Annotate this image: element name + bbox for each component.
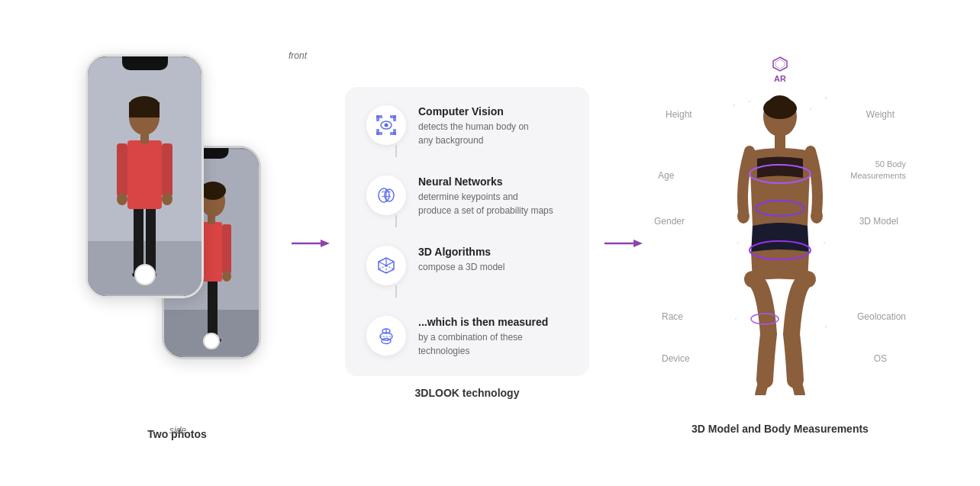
svg-rect-30 [394, 116, 395, 121]
main-layout: front [0, 39, 980, 448]
svg-point-49 [382, 339, 391, 344]
brain-icon [376, 185, 397, 206]
label-geolocation: Geolocation [857, 311, 906, 322]
ar-icon [772, 56, 788, 72]
arrow-1 [284, 236, 337, 251]
svg-point-10 [162, 193, 172, 205]
section-photos: front [70, 47, 284, 440]
svg-rect-28 [377, 116, 379, 121]
arrow-1-svg [292, 236, 330, 251]
nn-title: Neural Networks [418, 175, 553, 188]
svg-point-36 [385, 124, 388, 127]
cv-title: Computer Vision [418, 105, 529, 117]
body-3d-svg [727, 90, 833, 395]
svg-rect-19 [201, 222, 222, 282]
arrow-2-svg [604, 236, 643, 251]
3d-text: 3D Algorithms compose a 3D model [418, 246, 505, 274]
label-weight: Weight [866, 109, 895, 120]
svg-rect-14 [129, 102, 160, 117]
label-age: Age [658, 170, 674, 181]
measure-title: ...which is then measured [418, 316, 548, 328]
measure-desc: by a combination of thesetechnologies [418, 330, 548, 358]
measure-icon-circle [366, 316, 406, 356]
eye-icon [376, 114, 397, 136]
tech-item-cv: Computer Vision detects the human body o… [366, 105, 568, 160]
svg-marker-26 [321, 240, 330, 247]
svg-line-43 [386, 262, 394, 266]
measure-icon [376, 325, 397, 346]
camera-button-front[interactable] [134, 264, 156, 285]
3d-desc: compose a 3D model [418, 260, 505, 274]
phone-front [85, 54, 204, 298]
3d-icon-circle [366, 246, 406, 285]
front-photo-screen [88, 56, 201, 296]
svg-point-68 [763, 98, 797, 119]
svg-point-24 [200, 182, 226, 200]
label-50body: 50 BodyMeasurements [850, 159, 906, 182]
svg-rect-7 [117, 143, 127, 197]
label-gender: Gender [654, 216, 685, 227]
measure-text: ...which is then measured by a combinati… [418, 316, 548, 358]
connector-3 [395, 285, 397, 298]
label-3dmodel: 3D Model [859, 216, 898, 227]
svg-point-70 [737, 208, 750, 224]
svg-rect-69 [775, 134, 785, 150]
svg-line-46 [386, 266, 394, 269]
tech-card: Computer Vision detects the human body o… [345, 87, 589, 376]
svg-rect-17 [208, 279, 218, 340]
label-front: front [289, 50, 307, 61]
label-side: side [169, 425, 186, 436]
svg-line-45 [379, 266, 386, 269]
model-area: AR Height Weight Age 50 BodyMeasurements… [650, 52, 910, 418]
nn-icon-circle [366, 175, 406, 215]
svg-rect-34 [394, 130, 395, 134]
camera-button-side[interactable] [203, 333, 220, 349]
svg-rect-8 [162, 143, 172, 197]
svg-rect-6 [127, 140, 162, 209]
tech-item-nn: Neural Networks determine keypoints andp… [366, 175, 568, 230]
section-3d: AR Height Weight Age 50 BodyMeasurements… [650, 52, 910, 435]
svg-point-63 [824, 241, 826, 243]
svg-point-64 [735, 317, 737, 320]
label-race: Race [662, 311, 683, 322]
svg-point-9 [117, 193, 127, 205]
svg-point-56 [733, 104, 736, 106]
svg-point-57 [749, 100, 751, 102]
svg-line-42 [379, 262, 386, 266]
svg-point-65 [825, 325, 827, 327]
svg-marker-53 [633, 240, 643, 247]
nn-desc: determine keypoints andproduce a set of … [418, 190, 553, 217]
label-device: Device [662, 353, 690, 364]
svg-point-58 [810, 108, 812, 110]
person-front-svg [88, 58, 201, 294]
svg-point-21 [222, 271, 231, 282]
cv-text: Computer Vision detects the human body o… [418, 105, 529, 147]
svg-rect-20 [222, 224, 231, 274]
cv-desc: detects the human body onany background [418, 120, 529, 147]
svg-point-37 [379, 188, 389, 202]
phones-container: front [85, 47, 269, 413]
cube-icon [376, 255, 397, 276]
tech-item-3d: 3D Algorithms compose a 3D model [366, 246, 568, 301]
model-section-label: 3D Model and Body Measurements [691, 423, 869, 435]
nn-text: Neural Networks determine keypoints andp… [418, 175, 553, 217]
ar-badge: AR [772, 56, 788, 83]
connector-1 [395, 145, 397, 157]
connector-2 [395, 215, 397, 227]
section-tech: Computer Vision detects the human body o… [337, 87, 597, 399]
ar-text: AR [774, 74, 786, 83]
tech-section-label: 3DLOOK technology [415, 387, 520, 399]
svg-point-59 [825, 96, 827, 98]
svg-marker-55 [775, 60, 785, 69]
arrow-2 [597, 236, 650, 251]
label-os: OS [874, 353, 887, 364]
svg-point-62 [737, 241, 740, 243]
3d-title: 3D Algorithms [418, 246, 505, 258]
svg-rect-32 [377, 130, 379, 134]
phone-notch [122, 56, 168, 70]
label-height: Height [666, 109, 692, 120]
cv-icon-circle [366, 105, 406, 145]
tech-item-measure: ...which is then measured by a combinati… [366, 316, 568, 358]
svg-point-71 [811, 208, 823, 224]
